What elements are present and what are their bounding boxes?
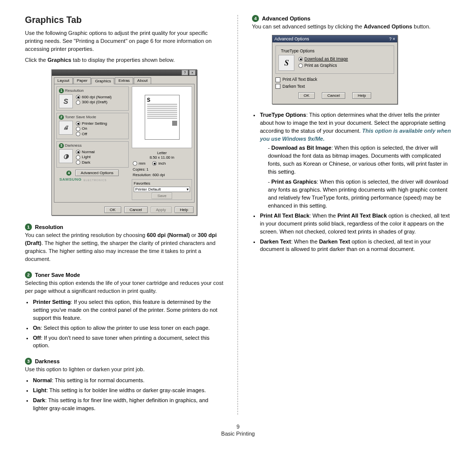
group-toner-save: 2Toner Save Mode 🖨 Printer Setting On Of… — [56, 113, 129, 139]
resolution-label: Resolution: 600 dpi — [132, 172, 192, 178]
toner-bullet-on: On: Select this option to allow the prin… — [33, 324, 224, 332]
help-icon[interactable]: ? — [389, 36, 392, 41]
check-darken-text[interactable]: Darken Text — [275, 84, 394, 89]
callout-3: 3 — [59, 143, 64, 148]
preview-pane: S — [132, 86, 192, 148]
sub-download-bit: Download as Bit Image: When this option … — [268, 144, 451, 176]
copies-label: Copies: 1 — [132, 167, 192, 172]
bullet-darken-text: Darken Text: When the Darken Text option… — [260, 238, 451, 254]
radio-inch[interactable]: inch — [152, 161, 166, 166]
tab-paper[interactable]: Paper — [73, 77, 91, 84]
bullet-truetype: TrueType Options: This option determines… — [260, 111, 451, 210]
close-icon[interactable]: × — [393, 36, 395, 41]
dark-bullet-light: Light: This setting is for bolder line w… — [33, 387, 224, 395]
dark-bullet-dark: Dark: This setting is for finer line wid… — [33, 397, 224, 413]
dialog-titlebar: ? × — [52, 70, 197, 76]
group-resolution: 1Resolution S 600 dpi (Normal) 300 dpi (… — [56, 86, 129, 111]
callout-4: 4 — [66, 171, 71, 176]
toner-bullet-off: Off: If you don't need to save toner whe… — [33, 334, 224, 350]
page-number: 9 — [25, 424, 451, 430]
truetype-icon: 𝑺 — [278, 55, 294, 71]
radio-300dpi[interactable]: 300 dpi (Draft) — [76, 100, 112, 104]
toner-bullet-printersetting: Printer Setting: If you select this opti… — [33, 298, 224, 322]
radio-toner-off[interactable]: Off — [76, 132, 107, 136]
intro-paragraph-2: Click the Graphics tab to display the pr… — [25, 56, 224, 64]
bullet-print-all-black: Print All Text Black: When the Print All… — [260, 212, 451, 236]
page-footer-label: Basic Printing — [25, 431, 451, 437]
favorites-select[interactable]: Printer Default▾ — [134, 187, 190, 192]
tab-layout[interactable]: Layout — [54, 77, 73, 84]
apply-button[interactable]: Apply — [151, 207, 172, 213]
help-icon[interactable]: ? — [182, 70, 188, 75]
darkness-icon: ◑ — [59, 149, 73, 163]
dark-bullet-normal: Normal: This setting is for normal docum… — [33, 377, 224, 385]
page-title: Graphics Tab — [25, 15, 224, 25]
preview-paper-label: Letter 8.50 x 11.00 in — [132, 150, 192, 160]
radio-printer-setting[interactable]: Printer Setting — [76, 121, 107, 126]
section-advanced-intro: You can set advanced settings by clickin… — [252, 23, 451, 31]
section-toner-head: 2 Toner Save Mode — [25, 271, 224, 278]
group-darkness: 3Darkness ◑ Normal Light Dark — [56, 141, 129, 168]
toner-icon: 🖨 — [59, 121, 73, 135]
radio-600dpi[interactable]: 600 dpi (Normal) — [76, 95, 112, 99]
radio-dark-dark[interactable]: Dark — [76, 160, 95, 165]
check-print-all-black[interactable]: Print All Text Black — [275, 77, 394, 82]
section-advanced-head: 4 Advanced Options — [252, 15, 451, 22]
sub-print-graphics: Print as Graphics: When this option is s… — [268, 178, 451, 210]
truetype-group-title: TrueType Options — [279, 48, 316, 53]
page-footer: 9 Basic Printing — [25, 424, 451, 437]
help-button[interactable]: Help — [352, 92, 371, 99]
tab-graphics[interactable]: Graphics — [91, 78, 114, 84]
properties-dialog: ? × Layout Paper Graphics Extras About 1… — [51, 69, 197, 216]
cancel-button[interactable]: Cancel — [124, 207, 148, 213]
ok-button[interactable]: OK — [298, 92, 315, 99]
brand-subtext: ELECTRONICS — [83, 179, 107, 182]
chevron-down-icon: ▾ — [187, 187, 189, 192]
resolution-icon: S — [59, 94, 73, 108]
section-resolution-body: You can select the printing resolution b… — [25, 232, 224, 263]
dialog-title: Advanced Options — [274, 36, 309, 41]
radio-download-bit[interactable]: Download as Bit Image — [298, 56, 348, 61]
radio-toner-on[interactable]: On — [76, 126, 107, 131]
radio-mm[interactable]: mm — [133, 161, 145, 166]
advanced-options-button[interactable]: Advanced Options — [75, 170, 119, 176]
cancel-button[interactable]: Cancel — [322, 92, 345, 99]
tab-extras[interactable]: Extras — [115, 77, 133, 84]
brand-logo: SAMSUNG — [59, 177, 81, 182]
radio-print-graphics[interactable]: Print as Graphics — [298, 63, 348, 68]
callout-2: 2 — [59, 115, 64, 120]
section-darkness-head: 3 Darkness — [25, 358, 224, 365]
tab-about[interactable]: About — [134, 77, 151, 84]
advanced-options-dialog: Advanced Options ? × TrueType Options 𝑺 … — [272, 35, 398, 105]
favorites-save-button[interactable]: Save — [152, 193, 172, 199]
section-darkness-intro: Use this option to lighten or darken you… — [25, 366, 224, 374]
radio-dark-normal[interactable]: Normal — [76, 150, 95, 154]
intro-paragraph-1: Use the following Graphic options to adj… — [25, 29, 224, 53]
close-icon[interactable]: × — [189, 70, 196, 75]
ok-button[interactable]: OK — [104, 207, 121, 213]
callout-1: 1 — [59, 88, 64, 93]
section-toner-intro: Selecting this option extends the life o… — [25, 279, 224, 295]
section-resolution-head: 1 Resolution — [25, 224, 224, 231]
radio-dark-light[interactable]: Light — [76, 155, 95, 159]
favorites-group: Favorites Printer Default▾ Save — [132, 179, 192, 200]
help-button[interactable]: Help — [175, 207, 194, 213]
